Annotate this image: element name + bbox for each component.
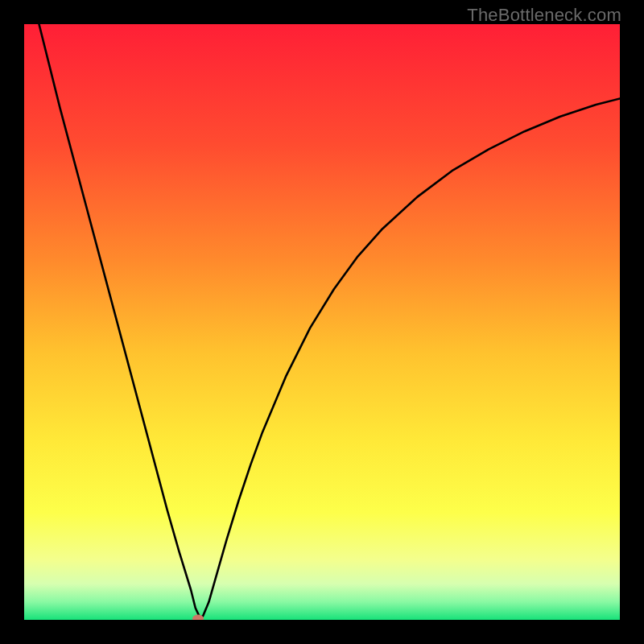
watermark-text: TheBottleneck.com: [467, 5, 621, 26]
plot-area: [24, 24, 620, 620]
bottleneck-chart-svg: [24, 24, 620, 620]
gradient-background: [24, 24, 620, 620]
chart-container: TheBottleneck.com: [0, 0, 644, 644]
